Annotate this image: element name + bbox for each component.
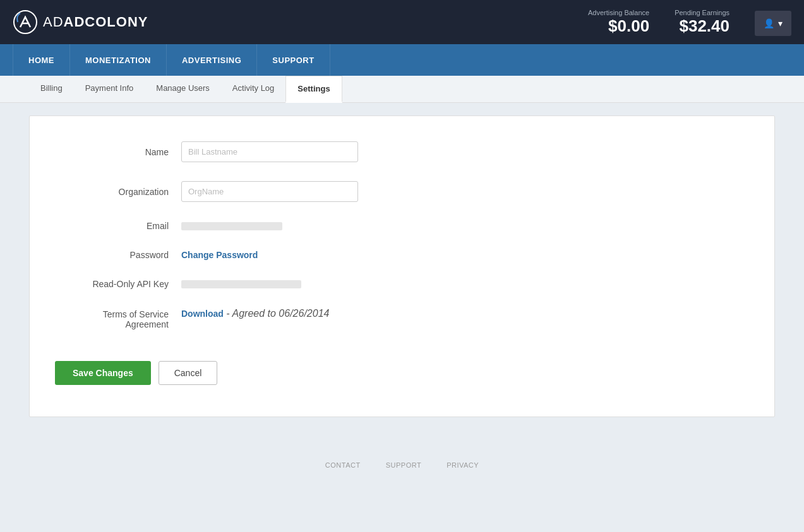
header-right: Advertising Balance $0.00 Pending Earnin… (588, 9, 791, 36)
cancel-button[interactable]: Cancel (159, 361, 218, 385)
tab-activity-log[interactable]: Activity Log (221, 76, 285, 103)
user-icon: 👤 (764, 18, 774, 28)
tos-row: Terms of Service Agreement Download - Ag… (55, 308, 749, 329)
footer-links: CONTACT SUPPORT PRIVACY (13, 461, 791, 469)
email-label: Email (55, 221, 181, 231)
ad-balance-block: Advertising Balance $0.00 (588, 9, 649, 36)
change-password-link[interactable]: Change Password (181, 250, 258, 260)
settings-card: Name Organization Email Password Change … (29, 115, 775, 417)
password-label: Password (55, 250, 181, 260)
pending-balance-label: Pending Earnings (675, 9, 729, 16)
tab-manage-users[interactable]: Manage Users (145, 76, 221, 103)
user-menu-button[interactable]: 👤 ▾ (755, 11, 791, 36)
name-row: Name (55, 141, 749, 162)
tos-content: Download - Agreed to 06/26/2014 (181, 308, 329, 319)
nav-item-support[interactable]: SUPPORT (257, 44, 330, 76)
name-label: Name (55, 147, 181, 157)
tab-settings[interactable]: Settings (285, 76, 342, 103)
footer-privacy-link[interactable]: PRIVACY (447, 461, 479, 469)
footer-contact-link[interactable]: CONTACT (325, 461, 361, 469)
tos-agreed-text: - Agreed to 06/26/2014 (226, 308, 329, 319)
org-label: Organization (55, 187, 181, 197)
dropdown-arrow-icon: ▾ (778, 18, 783, 28)
email-row: Email (55, 221, 749, 231)
api-key-label: Read-Only API Key (55, 279, 181, 289)
ad-balance-value: $0.00 (588, 16, 649, 36)
org-row: Organization (55, 181, 749, 202)
tab-billing[interactable]: Billing (29, 76, 74, 103)
buttons-row: Save Changes Cancel (55, 348, 749, 391)
password-row: Password Change Password (55, 250, 749, 260)
sub-tabs: Billing Payment Info Manage Users Activi… (0, 76, 804, 103)
email-value (181, 222, 282, 230)
tos-label: Terms of Service Agreement (55, 308, 181, 329)
api-key-row: Read-Only API Key (55, 279, 749, 289)
pending-balance-value: $32.40 (675, 16, 729, 36)
logo: ADADCOLONY (13, 9, 148, 35)
logo-icon (13, 9, 38, 35)
header: ADADCOLONY Advertising Balance $0.00 Pen… (0, 0, 804, 44)
nav-item-monetization[interactable]: MONETIZATION (70, 44, 167, 76)
nav-item-advertising[interactable]: ADVERTISING (167, 44, 257, 76)
main-nav: HOME MONETIZATION ADVERTISING SUPPORT (0, 44, 804, 76)
nav-item-home[interactable]: HOME (13, 44, 70, 76)
org-input[interactable] (181, 181, 358, 202)
logo-text: ADADCOLONY (43, 14, 148, 30)
name-input[interactable] (181, 141, 358, 162)
tab-payment-info[interactable]: Payment Info (74, 76, 145, 103)
footer-support-link[interactable]: SUPPORT (386, 461, 421, 469)
api-key-value (181, 280, 301, 288)
tos-download-link[interactable]: Download (181, 309, 224, 319)
footer: CONTACT SUPPORT PRIVACY (0, 449, 804, 482)
pending-balance-block: Pending Earnings $32.40 (675, 9, 729, 36)
save-changes-button[interactable]: Save Changes (55, 361, 151, 385)
ad-balance-label: Advertising Balance (588, 9, 649, 16)
main-content: Name Organization Email Password Change … (0, 103, 804, 430)
